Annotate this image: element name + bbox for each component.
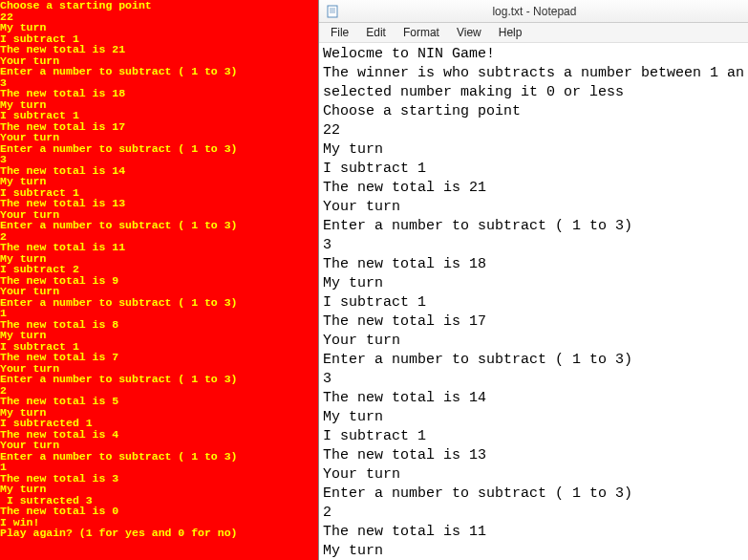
text-line: Enter a number to subtract ( 1 to 3) (323, 351, 744, 370)
text-line: My turn (323, 408, 744, 427)
text-line: The new total is 14 (323, 389, 744, 408)
text-line: The new total is 17 (323, 312, 744, 332)
console-line: The new total is 0 (0, 506, 318, 517)
text-line: Your turn (323, 198, 744, 217)
console-line: Choose a starting point (0, 0, 318, 11)
console-line: I subtract 2 (0, 264, 318, 275)
text-line: Enter a number to subtract ( 1 to 3) (323, 485, 744, 504)
console-output: Choose a starting point22My turnI subtra… (0, 0, 318, 560)
console-line: 1 (0, 462, 318, 473)
console-line: The new total is 5 (0, 396, 318, 407)
notepad-icon (325, 4, 340, 19)
console-line: The new total is 7 (0, 352, 318, 363)
console-line: The new total is 11 (0, 242, 318, 253)
text-line: 2 (323, 504, 744, 523)
console-line: The new total is 21 (0, 44, 318, 55)
text-line: Welocme to NIN Game! (323, 45, 744, 64)
console-line: 1 (0, 308, 318, 319)
svg-rect-0 (328, 6, 337, 17)
text-line: My turn (323, 140, 744, 160)
console-line: 3 (0, 154, 318, 165)
menubar: File Edit Format View Help (319, 23, 748, 43)
console-line: Enter a number to subtract ( 1 to 3) (0, 220, 318, 231)
console-line: Play again? (1 for yes and 0 for no) (0, 528, 318, 539)
console-line: Your turn (0, 132, 318, 143)
text-line: Enter a number to subtract ( 1 to 3) (323, 217, 744, 236)
notepad-text-area[interactable]: Welocme to NIN Game!The winner is who su… (319, 43, 748, 560)
text-line: selected number making it 0 or less (323, 83, 744, 102)
text-line: The new total is 18 (323, 255, 744, 274)
text-line: Choose a starting point (323, 102, 744, 121)
text-line: My turn (323, 274, 744, 293)
text-line: The new total is 21 (323, 179, 744, 198)
console-line: The new total is 8 (0, 319, 318, 331)
console-line: My turn (0, 22, 318, 33)
console-line: Your turn (0, 440, 318, 451)
console-line: My turn (0, 330, 318, 341)
console-line: Enter a number to subtract ( 1 to 3) (0, 451, 318, 463)
text-line: My turn (323, 542, 744, 560)
text-line: I subtract 1 (323, 427, 744, 446)
menu-help[interactable]: Help (491, 24, 530, 41)
text-line: 3 (323, 236, 744, 255)
console-line: I subtracted 1 (0, 418, 318, 429)
console-line: The new total is 18 (0, 88, 318, 99)
titlebar[interactable]: log.txt - Notepad (319, 0, 748, 23)
console-line: Enter a number to subtract ( 1 to 3) (0, 143, 318, 155)
text-line: 22 (323, 121, 744, 140)
menu-edit[interactable]: Edit (358, 24, 394, 41)
menu-view[interactable]: View (449, 24, 489, 41)
console-line: My turn (0, 176, 318, 187)
text-line: I subtract 1 (323, 160, 744, 179)
text-line: The new total is 11 (323, 523, 744, 542)
console-line: The new total is 3 (0, 473, 318, 485)
text-line: The new total is 13 (323, 446, 744, 465)
text-line: I subtract 1 (323, 293, 744, 312)
window-title: log.txt - Notepad (346, 5, 742, 18)
console-line: Enter a number to subtract ( 1 to 3) (0, 66, 318, 77)
console-line: The new total is 13 (0, 198, 318, 209)
console-line: The new total is 14 (0, 165, 318, 177)
console-line: 22 (0, 11, 318, 23)
console-line: Enter a number to subtract ( 1 to 3) (0, 297, 318, 309)
console-line: I subtract 1 (0, 110, 318, 121)
menu-format[interactable]: Format (395, 24, 447, 41)
text-line: 3 (323, 370, 744, 389)
text-line: Your turn (323, 332, 744, 351)
text-line: Your turn (323, 465, 744, 485)
notepad-window: log.txt - Notepad File Edit Format View … (318, 0, 748, 560)
console-line: Enter a number to subtract ( 1 to 3) (0, 374, 318, 385)
console-line: My turn (0, 484, 318, 495)
text-line: The winner is who subtracts a number bet… (323, 64, 744, 83)
menu-file[interactable]: File (323, 24, 356, 41)
console-line: Your turn (0, 286, 318, 297)
